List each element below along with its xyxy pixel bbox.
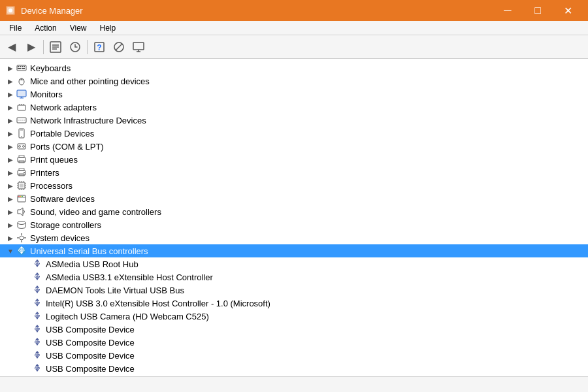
svg-rect-90 bbox=[38, 342, 40, 343]
svg-line-11 bbox=[116, 44, 122, 50]
network-adapters-label: Network adapters bbox=[30, 103, 97, 112]
usb-child-icon-5 bbox=[31, 310, 43, 322]
svg-text:?: ? bbox=[97, 43, 101, 52]
svg-point-66 bbox=[22, 196, 23, 197]
tree-item-sound[interactable]: ▶ Sound, video and game controllers bbox=[0, 205, 588, 218]
status-bar bbox=[0, 376, 588, 392]
svg-marker-67 bbox=[18, 208, 23, 216]
expand-arrow-monitors: ▶ bbox=[5, 89, 16, 99]
menu-view[interactable]: View bbox=[63, 22, 93, 34]
expand-arrow-usb: ▼ bbox=[5, 246, 16, 256]
tree-item-keyboards[interactable]: ▶ Keyboards bbox=[0, 61, 588, 74]
help-button[interactable]: ? bbox=[90, 38, 108, 56]
processors-icon bbox=[16, 180, 27, 191]
tree-item-printers[interactable]: ▶ Printers bbox=[0, 166, 588, 179]
close-button[interactable]: ✕ bbox=[553, 0, 583, 21]
tree-item-portable-devices[interactable]: ▶ Portable Devices bbox=[0, 127, 588, 140]
menu-action[interactable]: Action bbox=[28, 22, 63, 34]
usb-child-label-5: Logitech USB Camera (HD Webcam C525) bbox=[46, 312, 209, 321]
tree-item-ports[interactable]: ▶ Ports (COM & LPT) bbox=[0, 140, 588, 153]
usb-child-icon-7 bbox=[31, 336, 43, 348]
svg-point-39 bbox=[19, 146, 21, 148]
usb-child-icon-10 bbox=[31, 376, 43, 376]
minimize-button[interactable]: ─ bbox=[493, 0, 523, 21]
tree-child-logitech[interactable]: Logitech USB Camera (HD Webcam C525) bbox=[0, 310, 588, 323]
svg-point-85 bbox=[35, 315, 36, 316]
usb-child-label-7: USB Composite Device bbox=[46, 338, 135, 348]
tree-item-storage[interactable]: ▶ Storage controllers bbox=[0, 218, 588, 231]
svg-rect-26 bbox=[17, 90, 26, 97]
svg-rect-92 bbox=[38, 355, 40, 356]
printers-label: Printers bbox=[30, 168, 59, 178]
svg-rect-12 bbox=[133, 42, 144, 50]
tree-child-composite-1[interactable]: USB Composite Device bbox=[0, 323, 588, 336]
menu-file[interactable]: File bbox=[3, 22, 28, 34]
svg-point-64 bbox=[18, 196, 20, 197]
usb-icon bbox=[16, 245, 27, 257]
tree-item-usb[interactable]: ▼ Universal Serial Bus controllers bbox=[0, 244, 588, 257]
svg-point-91 bbox=[35, 354, 36, 355]
usb-child-icon-6 bbox=[31, 323, 43, 335]
scan-button[interactable] bbox=[66, 38, 84, 56]
tree-child-asmedia-ext[interactable]: ASMedia USB3.1 eXtensible Host Controlle… bbox=[0, 270, 588, 284]
menu-bar: File Action View Help bbox=[0, 21, 588, 35]
tree-item-mice[interactable]: ▶ Mice and other pointing devices bbox=[0, 74, 588, 88]
svg-rect-80 bbox=[38, 276, 40, 278]
back-button[interactable]: ◀ bbox=[3, 38, 21, 56]
tree-item-system[interactable]: ▶ System devices bbox=[0, 231, 588, 244]
tree-child-asmedia-root[interactable]: ASMedia USB Root Hub bbox=[0, 257, 588, 270]
monitors-icon bbox=[16, 88, 27, 100]
tree-child-daemon[interactable]: DAEMON Tools Lite Virtual USB Bus bbox=[0, 284, 588, 297]
expand-arrow-network-adapters: ▶ bbox=[5, 102, 16, 112]
keyboards-label: Keyboards bbox=[30, 63, 71, 73]
properties-button[interactable] bbox=[46, 38, 65, 56]
usb-child-label-8: USB Composite Device bbox=[46, 351, 135, 361]
tree-item-processors[interactable]: ▶ Processors bbox=[0, 179, 588, 192]
storage-label: Storage controllers bbox=[30, 220, 101, 230]
maximize-button[interactable]: □ bbox=[523, 0, 553, 21]
svg-point-2 bbox=[8, 8, 12, 12]
window-title: Device Manager bbox=[21, 6, 487, 16]
system-label: System devices bbox=[30, 233, 90, 243]
svg-rect-94 bbox=[38, 368, 40, 369]
tree-item-network-infrastructure[interactable]: ▶ Network Infrastructure Devices bbox=[0, 114, 588, 127]
tree-item-software-devices[interactable]: ▶ Software devices bbox=[0, 192, 588, 205]
tree-child-intel[interactable]: Intel(R) USB 3.0 eXtensible Host Control… bbox=[0, 297, 588, 310]
forward-button[interactable]: ▶ bbox=[22, 38, 41, 56]
main-content: ▶ Keyboards ▶ Mice and other pointing de… bbox=[0, 59, 588, 376]
mice-label: Mice and other pointing devices bbox=[30, 76, 150, 86]
software-devices-icon bbox=[16, 193, 27, 204]
ports-icon bbox=[16, 140, 27, 152]
usb-child-label-2: ASMedia USB3.1 eXtensible Host Controlle… bbox=[46, 272, 213, 282]
tree-child-root-hub[interactable]: USB Root Hub (USB 3.0) bbox=[0, 375, 588, 376]
usb-child-icon-2 bbox=[31, 271, 43, 283]
network-infrastructure-icon bbox=[16, 114, 27, 126]
menu-help[interactable]: Help bbox=[93, 22, 123, 34]
print-queues-label: Print queues bbox=[30, 155, 78, 165]
expand-arrow-keyboards: ▶ bbox=[5, 63, 16, 73]
tree-item-monitors[interactable]: ▶ Monitors bbox=[0, 88, 588, 101]
svg-point-40 bbox=[23, 146, 25, 148]
sound-icon bbox=[16, 206, 27, 218]
usb-label: Universal Serial Bus controllers bbox=[30, 246, 148, 256]
tree-item-network-adapters[interactable]: ▶ Network adapters bbox=[0, 101, 588, 114]
tree-child-composite-3[interactable]: USB Composite Device bbox=[0, 349, 588, 362]
device-tree[interactable]: ▶ Keyboards ▶ Mice and other pointing de… bbox=[0, 59, 588, 376]
sound-label: Sound, video and game controllers bbox=[30, 207, 161, 217]
expand-arrow-printers: ▶ bbox=[5, 167, 16, 178]
svg-rect-88 bbox=[38, 329, 40, 330]
svg-rect-82 bbox=[38, 289, 40, 291]
expand-arrow-network-infrastructure: ▶ bbox=[5, 115, 16, 125]
software-devices-label: Software devices bbox=[30, 194, 95, 204]
printers-icon bbox=[16, 167, 27, 178]
print-queues-icon bbox=[16, 154, 27, 165]
ports-label: Ports (COM & LPT) bbox=[30, 142, 104, 152]
tree-item-print-queues[interactable]: ▶ Print queues bbox=[0, 153, 588, 166]
tree-child-composite-2[interactable]: USB Composite Device bbox=[0, 336, 588, 349]
monitors-label: Monitors bbox=[30, 90, 63, 99]
expand-arrow-print-queues: ▶ bbox=[5, 154, 16, 165]
disable-button[interactable] bbox=[110, 38, 128, 56]
monitor-button[interactable] bbox=[129, 38, 148, 56]
tree-child-composite-4[interactable]: USB Composite Device bbox=[0, 362, 588, 375]
svg-rect-78 bbox=[38, 263, 40, 265]
